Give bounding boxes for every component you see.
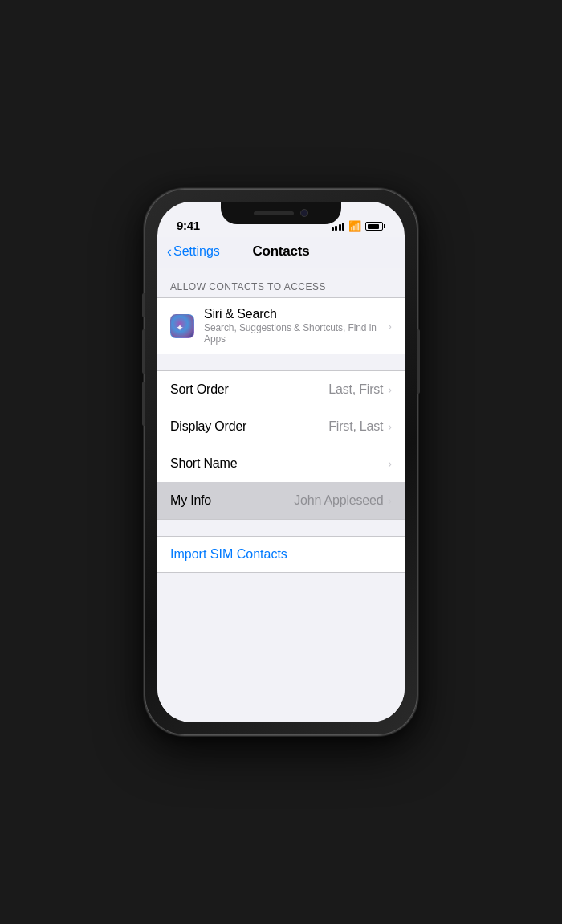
sort-order-chevron-icon: ›: [388, 383, 392, 396]
display-order-value: First, Last: [328, 419, 383, 434]
siri-search-item[interactable]: Siri & Search Search, Suggestions & Shor…: [157, 298, 405, 354]
signal-bar-4: [342, 223, 344, 231]
spacer-1: [157, 354, 405, 370]
signal-bar-3: [339, 224, 341, 231]
sort-order-value: Last, First: [328, 382, 383, 397]
notch: [221, 202, 341, 224]
allow-access-header: ALLOW CONTACTS TO ACCESS: [157, 268, 405, 297]
contacts-settings-group: Sort Order Last, First › Display Order F…: [157, 370, 405, 520]
phone-device: 9:41 📶 ‹ Set: [145, 189, 417, 735]
status-time: 9:41: [177, 219, 200, 232]
battery-icon: [365, 222, 385, 231]
signal-bar-1: [332, 227, 334, 231]
battery-fill: [368, 224, 379, 229]
back-chevron-icon: ‹: [167, 244, 172, 259]
siri-title: Siri & Search: [204, 307, 388, 321]
page-title: Contacts: [252, 243, 309, 260]
mute-button[interactable]: [142, 293, 145, 317]
siri-subtitle: Search, Suggestions & Shortcuts, Find in…: [204, 322, 388, 345]
import-sim-button[interactable]: Import SIM Contacts: [157, 537, 405, 572]
signal-icon: [332, 223, 345, 231]
short-name-chevron-icon: ›: [388, 457, 392, 470]
siri-icon-inner: [171, 315, 193, 337]
sort-order-item[interactable]: Sort Order Last, First ›: [157, 371, 405, 408]
sort-order-content: Sort Order: [170, 382, 328, 397]
allow-access-group: Siri & Search Search, Suggestions & Shor…: [157, 297, 405, 354]
display-order-title: Display Order: [170, 419, 328, 434]
siri-content: Siri & Search Search, Suggestions & Shor…: [204, 307, 388, 345]
siri-icon: [170, 314, 194, 338]
display-order-item[interactable]: Display Order First, Last ›: [157, 408, 405, 445]
speaker: [254, 211, 294, 215]
status-icons: 📶: [332, 220, 386, 232]
my-info-title: My Info: [170, 493, 294, 508]
spacer-2: [157, 520, 405, 536]
wifi-icon: 📶: [348, 220, 361, 232]
navigation-bar: ‹ Settings Contacts: [157, 237, 405, 268]
phone-screen: 9:41 📶 ‹ Set: [157, 202, 405, 722]
settings-content: ALLOW CONTACTS TO ACCESS Siri & Search S…: [157, 268, 405, 717]
battery-body: [365, 222, 383, 231]
bottom-spacer: [157, 573, 405, 653]
power-button[interactable]: [417, 329, 420, 394]
battery-tip: [384, 224, 385, 228]
back-label: Settings: [173, 244, 220, 259]
my-info-value: John Appleseed: [294, 493, 383, 508]
short-name-content: Short Name: [170, 456, 388, 471]
siri-chevron-icon: ›: [388, 320, 392, 333]
volume-up-button[interactable]: [142, 329, 145, 374]
short-name-title: Short Name: [170, 456, 388, 471]
display-order-content: Display Order: [170, 419, 328, 434]
import-sim-group: Import SIM Contacts: [157, 536, 405, 573]
signal-bar-2: [335, 226, 337, 231]
back-button[interactable]: ‹ Settings: [167, 244, 220, 259]
my-info-chevron-icon: ›: [388, 494, 392, 507]
volume-down-button[interactable]: [142, 382, 145, 426]
my-info-item[interactable]: My Info John Appleseed ›: [157, 482, 405, 519]
front-camera: [300, 209, 308, 217]
short-name-item[interactable]: Short Name ›: [157, 445, 405, 482]
my-info-content: My Info: [170, 493, 294, 508]
display-order-chevron-icon: ›: [388, 420, 392, 433]
sort-order-title: Sort Order: [170, 382, 328, 397]
siri-wave: [176, 320, 189, 333]
